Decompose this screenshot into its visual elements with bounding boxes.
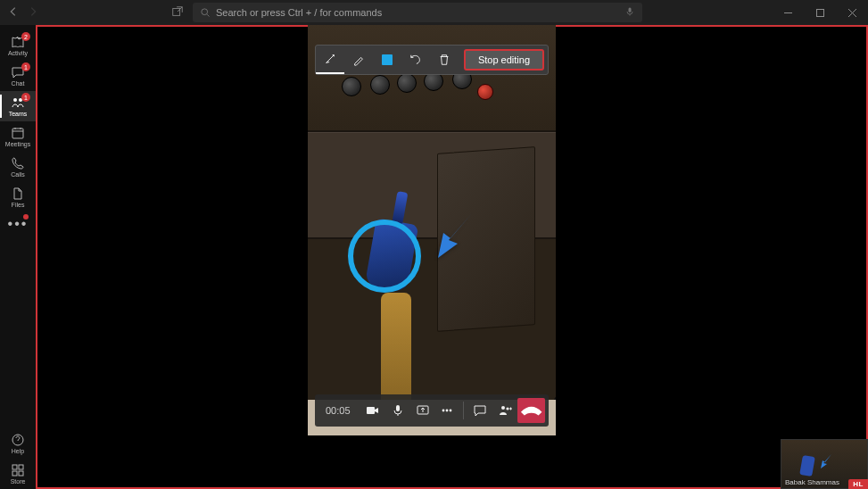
tool-delete[interactable] xyxy=(430,46,459,74)
nav-forward-button[interactable] xyxy=(27,5,39,21)
annotation-arrow xyxy=(431,208,475,261)
svg-rect-0 xyxy=(173,8,180,15)
separator xyxy=(463,402,464,419)
more-actions-button[interactable] xyxy=(435,394,460,427)
svg-point-18 xyxy=(501,406,505,410)
color-swatch-icon xyxy=(382,54,393,65)
participant-name-label: Babak Shammas xyxy=(785,478,839,486)
rail-calls[interactable]: Calls xyxy=(0,152,36,182)
annotation-toolbar: Stop editing xyxy=(315,45,549,75)
svg-point-1 xyxy=(202,9,208,15)
stop-editing-button[interactable]: Stop editing xyxy=(464,49,544,70)
svg-point-15 xyxy=(442,410,445,412)
svg-point-16 xyxy=(446,410,449,412)
svg-rect-10 xyxy=(12,471,17,476)
svg-rect-8 xyxy=(12,465,17,469)
call-control-bar: 00:05 xyxy=(315,394,549,427)
svg-rect-6 xyxy=(12,128,23,138)
svg-rect-9 xyxy=(19,465,23,469)
remote-video: Stop editing 00:05 xyxy=(308,25,556,435)
svg-point-4 xyxy=(13,98,17,102)
app-rail: Activity 2 Chat 1 Teams 1 Meetings Calls… xyxy=(0,25,36,489)
rail-teams[interactable]: Teams 1 xyxy=(0,91,36,121)
call-timer: 00:05 xyxy=(315,405,361,416)
window-maximize-button[interactable] xyxy=(804,0,836,25)
tool-undo[interactable] xyxy=(401,46,430,74)
popout-icon[interactable] xyxy=(171,5,184,21)
tool-arrow-pointer[interactable] xyxy=(316,46,344,74)
svg-rect-2 xyxy=(629,7,632,12)
tool-color[interactable] xyxy=(373,46,401,74)
search-bar[interactable]: Search or press Ctrl + / for commands xyxy=(193,3,642,22)
badge: 1 xyxy=(21,93,30,102)
svg-rect-13 xyxy=(396,405,400,411)
notification-dot xyxy=(23,214,29,220)
svg-rect-3 xyxy=(816,9,823,16)
rail-help[interactable]: Help xyxy=(0,428,36,459)
hang-up-button[interactable] xyxy=(517,398,545,423)
rail-files[interactable]: Files xyxy=(0,182,36,212)
toggle-camera-button[interactable] xyxy=(361,394,386,427)
call-stage: Stop editing 00:05 Babak Shammas HL xyxy=(36,25,868,489)
annotation-circle xyxy=(348,220,421,293)
show-participants-button[interactable] xyxy=(492,394,517,427)
presence-badge: HL xyxy=(848,479,868,489)
svg-point-17 xyxy=(450,410,452,412)
rail-more-button[interactable]: ••• xyxy=(0,212,36,236)
svg-rect-12 xyxy=(367,407,375,414)
rail-meetings[interactable]: Meetings xyxy=(0,121,36,152)
tool-pen[interactable] xyxy=(344,46,373,74)
svg-rect-11 xyxy=(19,471,23,476)
share-screen-button[interactable] xyxy=(410,394,435,427)
mic-icon[interactable] xyxy=(624,6,635,20)
svg-point-19 xyxy=(506,407,508,410)
search-placeholder: Search or press Ctrl + / for commands xyxy=(216,7,619,18)
badge: 2 xyxy=(21,32,30,41)
window-minimize-button[interactable] xyxy=(772,0,804,25)
title-bar: Search or press Ctrl + / for commands xyxy=(0,0,868,25)
toggle-mic-button[interactable] xyxy=(385,394,410,427)
badge: 1 xyxy=(21,62,30,71)
rail-chat[interactable]: Chat 1 xyxy=(0,61,36,91)
open-chat-button[interactable] xyxy=(467,394,492,427)
rail-activity[interactable]: Activity 2 xyxy=(0,30,36,61)
rail-store[interactable]: Store xyxy=(0,459,36,489)
window-close-button[interactable] xyxy=(836,0,868,25)
nav-back-button[interactable] xyxy=(7,5,20,21)
